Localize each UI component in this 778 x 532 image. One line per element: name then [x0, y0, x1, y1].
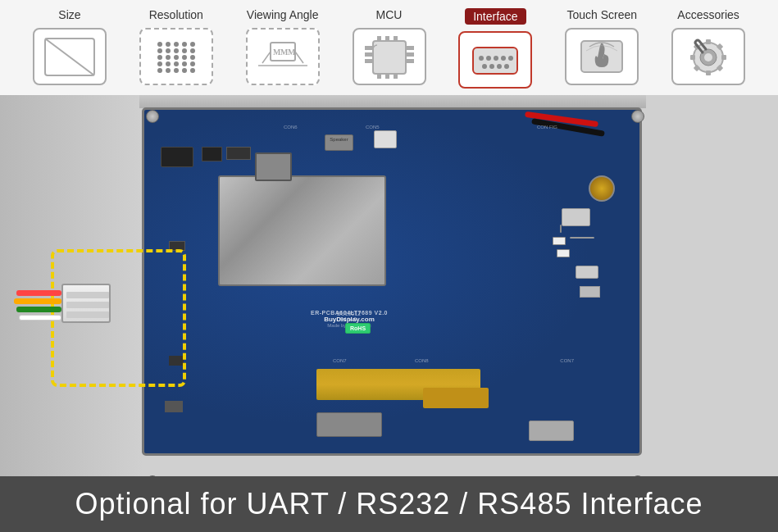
- switch-2: [553, 237, 566, 245]
- svg-point-54: [489, 64, 494, 69]
- wire-c-green: [16, 307, 61, 312]
- rohs-badge: RoHS: [345, 323, 371, 334]
- switch-1: [560, 225, 562, 233]
- sd-card-slot: [255, 152, 292, 181]
- svg-point-26: [190, 68, 195, 73]
- nav-item-size[interactable]: Size: [16, 8, 123, 85]
- svg-point-16: [190, 55, 195, 60]
- svg-point-11: [190, 48, 195, 53]
- switch-3: [557, 249, 570, 257]
- svg-rect-34: [373, 41, 406, 74]
- heat-shield: [218, 175, 386, 286]
- svg-line-1: [45, 39, 94, 75]
- svg-point-23: [166, 68, 171, 73]
- bottom-conn-2: [529, 421, 574, 441]
- top-bezel: [139, 95, 646, 108]
- wire-c-white: [19, 315, 61, 321]
- nav-icon-size: [33, 28, 107, 85]
- svg-point-10: [182, 48, 187, 53]
- bottom-banner-text: Optional for UART / RS232 / RS485 Interf…: [75, 487, 703, 521]
- svg-point-8: [166, 48, 171, 53]
- nav-label-resolution: Resolution: [149, 8, 203, 21]
- nav-item-viewing-angle[interactable]: Viewing Angle M M M: [230, 8, 336, 85]
- pin-row-1: [66, 292, 109, 298]
- bottom-banner: Optional for UART / RS232 / RS485 Interf…: [0, 476, 778, 532]
- svg-point-21: [190, 61, 195, 66]
- top-nav: Size Resolution Viewing: [0, 0, 778, 95]
- svg-point-13: [166, 55, 171, 60]
- svg-rect-62: [706, 70, 711, 75]
- right-conn-1: [562, 208, 590, 226]
- svg-rect-43: [394, 36, 398, 42]
- pin-row-3: [66, 311, 109, 318]
- svg-point-5: [182, 42, 187, 47]
- pcb-label-2: CON5: [366, 125, 380, 130]
- nav-item-interface[interactable]: Interface: [442, 8, 548, 89]
- svg-point-6: [190, 42, 195, 47]
- svg-point-25: [182, 68, 187, 73]
- speaker-conn: Speaker: [325, 134, 353, 151]
- right-conn-4: [580, 286, 600, 298]
- screw-tr: [631, 110, 644, 123]
- svg-point-4: [174, 42, 179, 47]
- ic-3: [226, 147, 251, 160]
- ul-text: BU10512094 V-0: [337, 311, 361, 322]
- svg-point-7: [157, 48, 162, 53]
- pcb-label-3: CON FIG: [537, 125, 557, 130]
- pcb-board: Speaker ER-PCBA604LT7689 V2.0 BuyDisplay…: [142, 107, 642, 456]
- svg-point-2: [157, 42, 162, 47]
- svg-rect-37: [365, 59, 373, 63]
- svg-point-14: [174, 55, 179, 60]
- svg-point-15: [182, 55, 187, 60]
- flex-cable-end: [423, 388, 489, 408]
- svg-rect-47: [473, 48, 517, 74]
- svg-rect-64: [721, 55, 726, 60]
- nav-icon-accessories: [671, 28, 745, 85]
- pcb-label-con7: CON7: [333, 358, 347, 363]
- svg-point-20: [182, 61, 187, 66]
- ic-1: [161, 147, 193, 167]
- nav-icon-mcu: [353, 28, 426, 85]
- svg-point-60: [704, 53, 712, 61]
- svg-point-24: [174, 68, 179, 73]
- ic-2: [202, 147, 222, 161]
- svg-rect-41: [377, 36, 381, 42]
- nav-label-accessories: Accessories: [677, 8, 739, 21]
- pcb-label-con9: CON7: [560, 358, 574, 363]
- nav-icon-interface: [458, 31, 532, 89]
- svg-rect-35: [365, 46, 373, 50]
- svg-point-50: [494, 56, 498, 61]
- svg-line-31: [262, 52, 271, 63]
- smd-4: [165, 401, 183, 412]
- nav-label-size: Size: [58, 8, 80, 21]
- battery-coin: [589, 175, 615, 202]
- svg-rect-36: [365, 52, 373, 57]
- svg-rect-44: [377, 73, 381, 79]
- nav-item-resolution[interactable]: Resolution: [123, 8, 230, 85]
- bottom-conn-1: [316, 412, 382, 437]
- nav-icon-touch-screen: [565, 28, 639, 85]
- pin-row-2: [66, 302, 109, 308]
- svg-point-49: [486, 56, 491, 61]
- svg-rect-61: [706, 39, 711, 44]
- nav-item-accessories[interactable]: Accessories: [655, 8, 762, 85]
- svg-point-18: [166, 61, 171, 66]
- svg-rect-40: [406, 59, 414, 63]
- pcb-label-1: CON6: [284, 125, 298, 130]
- svg-rect-45: [385, 73, 389, 79]
- svg-rect-63: [690, 55, 695, 60]
- nav-label-viewing-angle: Viewing Angle: [247, 8, 319, 21]
- svg-point-48: [479, 56, 484, 61]
- nav-label-touch-screen: Touch Screen: [566, 8, 637, 21]
- svg-point-9: [174, 48, 179, 53]
- nav-item-touch-screen[interactable]: Touch Screen: [548, 8, 655, 85]
- conn-top-1: [374, 130, 397, 148]
- svg-point-17: [157, 61, 162, 66]
- svg-point-52: [508, 56, 513, 61]
- svg-point-55: [497, 64, 502, 69]
- svg-point-53: [482, 64, 487, 69]
- svg-point-12: [157, 55, 162, 60]
- nav-item-mcu[interactable]: MCU: [336, 8, 443, 85]
- svg-point-56: [504, 64, 509, 69]
- main-content-area: Speaker ER-PCBA604LT7689 V2.0 BuyDisplay…: [0, 95, 778, 497]
